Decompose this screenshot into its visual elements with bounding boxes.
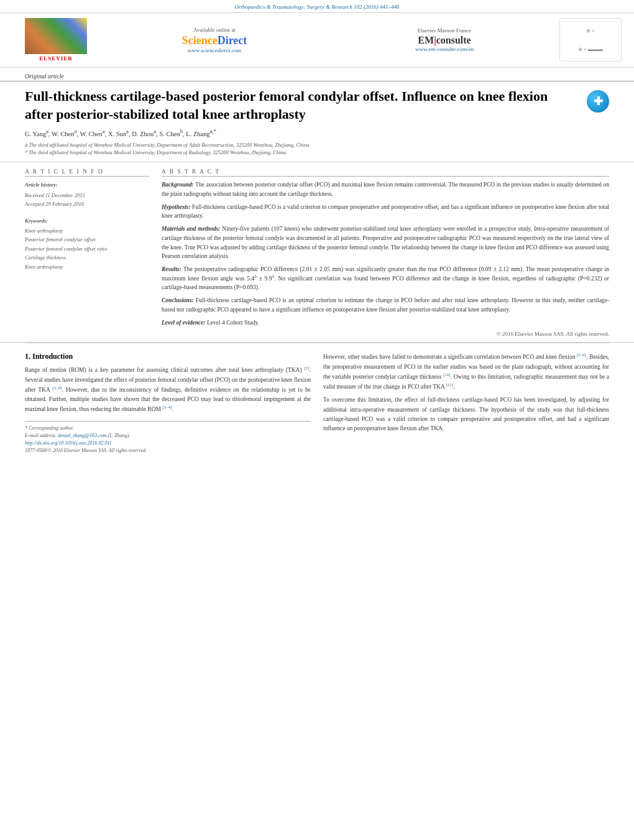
section-number: 1. bbox=[25, 352, 30, 361]
abstract-header: A B S T R A C T bbox=[162, 168, 609, 177]
received-date: Received 11 December 2015 bbox=[25, 192, 85, 198]
keyword-4: Cartilage thickness bbox=[25, 253, 149, 262]
journal-bar: Orthopaedics & Traumatology: Surgery & R… bbox=[0, 0, 634, 13]
methods-text: Ninety-five patients (107 knees) who und… bbox=[162, 226, 609, 259]
article-title: Full-thickness cartilage-based posterior… bbox=[25, 88, 578, 123]
keyword-1: Knee arthroplasty bbox=[25, 226, 149, 235]
article-info-column: A R T I C L E I N F O Article history: R… bbox=[25, 168, 149, 342]
abstract-methods: Materials and methods: Ninety-five patie… bbox=[162, 224, 609, 261]
article-history: Article history: Received 11 December 20… bbox=[25, 180, 149, 208]
email-note: E-mail address: denzel_zhang@163.com (L.… bbox=[25, 433, 311, 438]
crossmark-block: ✚ bbox=[578, 88, 609, 113]
sciencedirect-logo: ScienceDirect bbox=[182, 34, 247, 47]
abstract-level: Level of evidence: Level 4 Cohort Study. bbox=[162, 318, 609, 328]
methods-label: Materials and methods: bbox=[162, 226, 220, 232]
footnote-area: * Corresponding author. E-mail address: … bbox=[25, 421, 311, 453]
hypothesis-text: Full-thickness cartilage-based PCO is a … bbox=[162, 204, 609, 219]
keywords-block: Keywords: Knee arthroplasty Posterior fe… bbox=[25, 216, 149, 272]
article-info-abstract: A R T I C L E I N F O Article history: R… bbox=[0, 162, 634, 343]
intro-paragraph-2: However, other studies have failed to de… bbox=[323, 352, 609, 392]
em-title: Elsevier Masson France bbox=[418, 27, 471, 34]
conclusions-text: Full-thickness cartilage-based PCO is an… bbox=[162, 297, 609, 313]
section-title-text: Introduction bbox=[32, 352, 73, 361]
elsevier-logo-block: ELSEVIER bbox=[12, 18, 99, 62]
header-right-icons: ⊕ ≡ bbox=[586, 28, 595, 34]
abstract-results: Results: The postoperative radiographic … bbox=[162, 265, 609, 292]
sciencedirect-block: Available online at ScienceDirect www.sc… bbox=[99, 27, 329, 53]
intro-paragraph-1: Range of motion (ROM) is a key parameter… bbox=[25, 365, 311, 414]
results-label: Results: bbox=[162, 266, 181, 272]
keywords-label: Keywords: bbox=[25, 216, 149, 225]
em-url[interactable]: www.em-consulte.com/en bbox=[415, 46, 474, 52]
copyright: © 2016 Elsevier Masson SAS. All rights r… bbox=[162, 331, 609, 337]
title-section: Full-thickness cartilage-based posterior… bbox=[0, 81, 634, 162]
keyword-3: Posterior femoral condylar offset ratio bbox=[25, 244, 149, 253]
article-info-header: A R T I C L E I N F O bbox=[25, 168, 149, 177]
header-right-icons2: ⊕ ≡ ▬▬▬ bbox=[578, 47, 603, 52]
authors: G. Yanga, W. Chena, W. Chena, X. Suna, D… bbox=[25, 128, 578, 137]
article-type-label: Original article bbox=[25, 73, 64, 80]
journal-title: Orthopaedics & Traumatology: Surgery & R… bbox=[235, 4, 400, 10]
affiliations: á The third affiliated hospital of Wenzh… bbox=[25, 141, 578, 157]
article-type: Original article bbox=[0, 68, 634, 81]
affiliation-a: á The third affiliated hospital of Wenzh… bbox=[25, 141, 578, 149]
results-text: The postoperative radiographic PCO diffe… bbox=[162, 266, 609, 290]
keyword-2: Posterior femoral condylar offset bbox=[25, 235, 149, 244]
abstract-background: Background: The association between post… bbox=[162, 180, 609, 198]
intro-paragraph-3: To overcome this limitation, the effect … bbox=[323, 395, 609, 433]
level-label: Level of evidence: bbox=[162, 320, 206, 326]
title-text-block: Full-thickness cartilage-based posterior… bbox=[25, 88, 578, 157]
elsevier-label: ELSEVIER bbox=[39, 55, 73, 62]
intro-section-title: 1. Introduction bbox=[25, 352, 311, 361]
abstract-conclusions: Conclusions: Full-thickness cartilage-ba… bbox=[162, 296, 609, 314]
em-consulte-block: Elsevier Masson France EM|consulte www.e… bbox=[329, 27, 559, 52]
abstract-content: Background: The association between post… bbox=[162, 180, 609, 337]
intro-left-column: 1. Introduction Range of motion (ROM) is… bbox=[25, 352, 311, 455]
header-logos: ELSEVIER Available online at ScienceDire… bbox=[0, 13, 634, 68]
abstract-hypothesis: Hypothesis: Full-thickness cartilage-bas… bbox=[162, 203, 609, 221]
elsevier-image bbox=[25, 18, 87, 54]
history-label: Article history: bbox=[25, 180, 149, 189]
keyword-5: Knee arthroplasty bbox=[25, 262, 149, 271]
intro-right-column: However, other studies have failed to de… bbox=[323, 352, 609, 455]
header-right-block: ⊕ ≡ ⊕ ≡ ▬▬▬ bbox=[559, 18, 622, 62]
abstract-column: A B S T R A C T Background: The associat… bbox=[162, 168, 609, 342]
level-text: Level 4 Cohort Study. bbox=[207, 320, 259, 326]
page: Orthopaedics & Traumatology: Surgery & R… bbox=[0, 0, 634, 840]
doi-line: http://dx.doi.org/10.1016/j.otsr.2016.02… bbox=[25, 440, 311, 446]
background-label: Background: bbox=[162, 182, 194, 188]
email-address[interactable]: denzel_zhang@163.com bbox=[58, 433, 106, 438]
email-label: E-mail address: bbox=[25, 433, 57, 438]
background-text: The association between posterior condyl… bbox=[162, 182, 609, 197]
available-online-text: Available online at bbox=[193, 27, 236, 33]
corresponding-label: * Corresponding author. bbox=[25, 425, 74, 431]
corresponding-note: * Corresponding author. bbox=[25, 425, 311, 431]
crossmark-badge: ✚ bbox=[587, 90, 609, 113]
accepted-date: Accepted 29 February 2016 bbox=[25, 201, 84, 207]
conclusions-label: Conclusions: bbox=[162, 297, 194, 303]
em-consulte-logo: EM|consulte bbox=[418, 35, 471, 46]
affiliation-b: ᵇ The third affiliated hospital of Wenzh… bbox=[25, 149, 578, 157]
hypothesis-label: Hypothesis: bbox=[162, 204, 190, 210]
doi-link[interactable]: http://dx.doi.org/10.1016/j.otsr.2016.02… bbox=[25, 440, 112, 446]
issn-line: 1877-0568/© 2016 Elsevier Masson SAS. Al… bbox=[25, 448, 311, 453]
introduction-section: 1. Introduction Range of motion (ROM) is… bbox=[0, 343, 634, 455]
email-suffix: (L. Zhang). bbox=[108, 433, 130, 438]
sciencedirect-url[interactable]: www.sciencedirect.com bbox=[188, 47, 241, 53]
